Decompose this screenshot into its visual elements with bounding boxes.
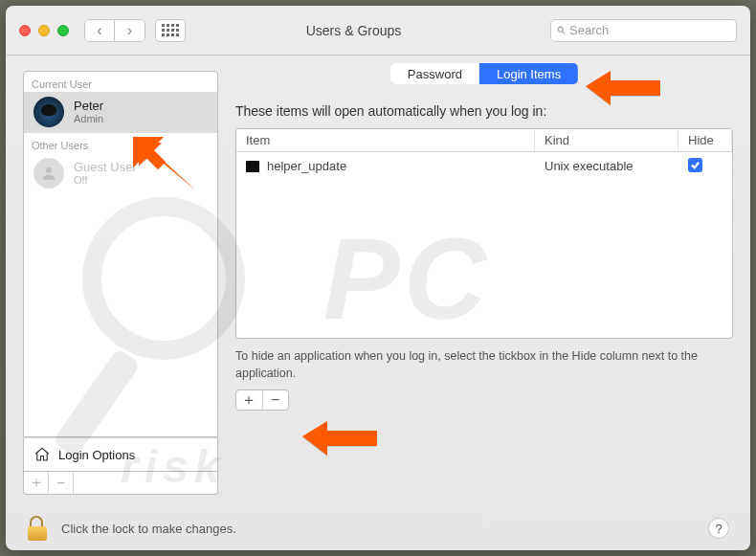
login-items-add-remove: ＋ − [235,389,289,411]
tab-login-items[interactable]: Login Items [479,63,578,84]
login-items-description: These items will open automatically when… [235,103,733,119]
user-name: Peter [74,99,103,114]
svg-point-0 [46,167,52,173]
table-header: Item Kind Hide [236,129,732,152]
user-list: Current User Peter Admin Other Users Gue… [23,71,218,437]
cell-item: helper_update [236,155,535,177]
item-name: helper_update [267,159,346,173]
footer: Click the lock to make changes. ? [6,506,750,550]
cell-kind: Unix executable [535,155,678,177]
forward-button[interactable]: › [115,19,145,42]
avatar [33,97,64,127]
add-login-item-button[interactable]: ＋ [236,390,263,410]
remove-user-button[interactable]: − [49,472,74,494]
window-title: Users & Groups [157,23,550,38]
user-row-guest[interactable]: Guest User Off [24,153,217,194]
tab-group: Password Login Items [390,63,578,84]
main-panel: Password Login Items These items will op… [235,71,733,495]
window-controls [19,25,69,36]
help-button[interactable]: ? [708,518,729,539]
close-window-button[interactable] [19,25,31,36]
add-user-button[interactable]: ＋ [24,472,49,494]
lock-button[interactable] [27,516,48,541]
chevron-right-icon: › [127,22,132,39]
toolbar: ‹ › Users & Groups [6,6,750,56]
current-user-label: Current User [24,72,217,92]
search-input[interactable] [569,23,730,37]
col-item[interactable]: Item [236,129,535,151]
user-role: Admin [74,113,103,125]
hide-checkbox[interactable] [688,158,702,172]
terminal-icon [246,161,259,172]
search-field[interactable] [550,19,737,42]
house-icon [33,446,51,463]
hide-hint-text: To hide an application when you log in, … [235,348,733,382]
chevron-left-icon: ‹ [97,22,101,39]
person-icon [40,165,57,182]
remove-login-item-button[interactable]: − [263,390,289,410]
other-users-label: Other Users [24,133,217,153]
login-items-table: Item Kind Hide helper_update Unix execut… [235,128,733,339]
check-icon [690,160,700,170]
cell-hide [678,154,732,177]
preferences-window: ‹ › Users & Groups Current User Peter Ad… [6,6,750,550]
tab-password[interactable]: Password [390,63,479,84]
col-kind[interactable]: Kind [535,129,678,151]
minimize-window-button[interactable] [38,25,50,36]
user-role: Off [74,174,137,187]
search-icon [557,24,566,36]
back-button[interactable]: ‹ [84,19,115,42]
user-row-peter[interactable]: Peter Admin [24,92,217,133]
lock-hint-text: Click the lock to make changes. [61,522,695,536]
login-options-button[interactable]: Login Options [23,437,218,472]
sidebar: Current User Peter Admin Other Users Gue… [23,71,218,495]
col-hide[interactable]: Hide [678,129,732,151]
user-name: Guest User [74,160,137,175]
login-options-label: Login Options [58,448,135,462]
zoom-window-button[interactable] [57,25,69,36]
table-row[interactable]: helper_update Unix executable [236,152,732,179]
sidebar-add-remove: ＋ − [23,472,218,495]
nav-buttons: ‹ › [84,19,145,42]
avatar [33,158,64,189]
